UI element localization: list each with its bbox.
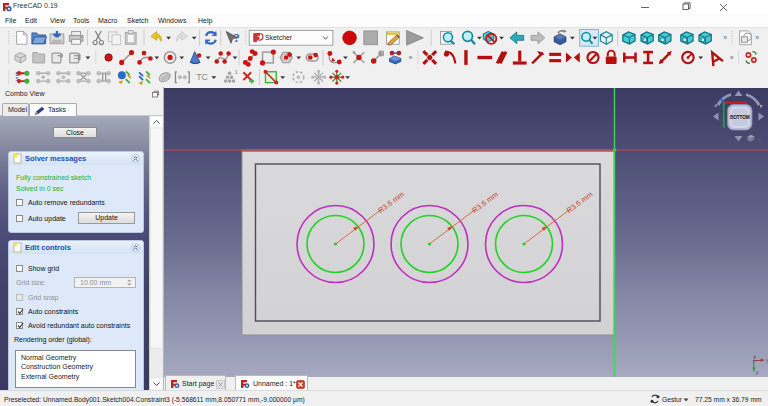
svg-text:»: » [756, 34, 760, 41]
svg-text:z: z [753, 354, 756, 360]
svg-text:»: » [730, 54, 734, 61]
svg-text:Sketcher: Sketcher [265, 34, 293, 41]
svg-text:y: y [756, 369, 759, 375]
svg-text:»: » [724, 34, 728, 41]
svg-text:»: » [409, 54, 413, 61]
svg-text:TC: TC [196, 72, 208, 82]
svg-text:BOTTOM: BOTTOM [730, 115, 750, 120]
svg-text:1: 1 [234, 69, 237, 75]
